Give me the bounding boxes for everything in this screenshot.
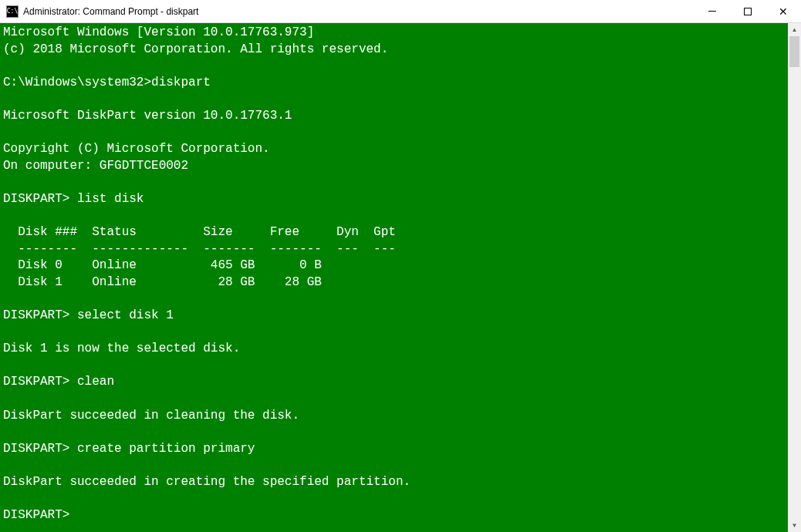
vertical-scrollbar[interactable]: ▲ ▼ [788,23,801,532]
scrollbar-thumb[interactable] [789,36,799,67]
close-icon: ✕ [779,6,788,17]
maximize-icon [744,8,752,15]
minimize-button[interactable] [695,0,730,22]
window-title: Administrator: Command Prompt - diskpart [23,6,695,17]
window-controls: ✕ [695,0,801,22]
maximize-button[interactable] [730,0,766,22]
minimize-icon [708,11,716,12]
terminal-container: Microsoft Windows [Version 10.0.17763.97… [0,23,801,532]
close-button[interactable]: ✕ [766,0,801,22]
titlebar: C:\ Administrator: Command Prompt - disk… [0,0,801,23]
terminal-output[interactable]: Microsoft Windows [Version 10.0.17763.97… [0,23,788,532]
cmd-icon: C:\ [6,5,19,18]
scrollbar-up-arrow[interactable]: ▲ [788,23,801,36]
scrollbar-track[interactable] [788,36,801,519]
scrollbar-down-arrow[interactable]: ▼ [788,519,801,532]
